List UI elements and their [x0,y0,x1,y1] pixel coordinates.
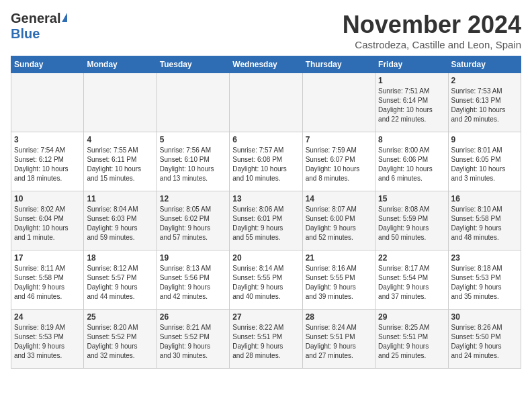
calendar-header-row: SundayMondayTuesdayWednesdayThursdayFrid… [11,56,521,73]
day-number: 1 [378,76,445,85]
calendar-cell: 20Sunrise: 8:14 AM Sunset: 5:55 PM Dayli… [230,250,302,310]
day-info: Sunrise: 8:22 AM Sunset: 5:51 PM Dayligh… [232,323,299,361]
day-info: Sunrise: 8:17 AM Sunset: 5:54 PM Dayligh… [378,264,445,302]
calendar-cell: 14Sunrise: 8:07 AM Sunset: 6:00 PM Dayli… [302,191,375,250]
column-header-friday: Friday [375,56,448,73]
logo: General Blue [11,11,67,42]
day-number: 18 [87,253,153,263]
column-header-wednesday: Wednesday [230,56,302,73]
calendar-cell: 6Sunrise: 7:57 AM Sunset: 6:08 PM Daylig… [230,132,302,191]
calendar-cell: 27Sunrise: 8:22 AM Sunset: 5:51 PM Dayli… [230,310,302,369]
calendar-cell: 24Sunrise: 8:19 AM Sunset: 5:53 PM Dayli… [11,310,84,369]
calendar-week-row: 17Sunrise: 8:11 AM Sunset: 5:58 PM Dayli… [11,250,521,310]
calendar-week-row: 1Sunrise: 7:51 AM Sunset: 6:14 PM Daylig… [11,73,521,132]
calendar-week-row: 3Sunrise: 7:54 AM Sunset: 6:12 PM Daylig… [11,132,521,191]
calendar-week-row: 24Sunrise: 8:19 AM Sunset: 5:53 PM Dayli… [11,310,521,369]
day-info: Sunrise: 8:14 AM Sunset: 5:55 PM Dayligh… [232,264,299,302]
day-info: Sunrise: 8:13 AM Sunset: 5:56 PM Dayligh… [160,264,226,302]
calendar-cell: 17Sunrise: 8:11 AM Sunset: 5:58 PM Dayli… [11,250,84,310]
column-header-saturday: Saturday [448,56,521,73]
calendar-cell: 29Sunrise: 8:25 AM Sunset: 5:51 PM Dayli… [375,310,448,369]
day-info: Sunrise: 8:08 AM Sunset: 5:59 PM Dayligh… [378,205,445,242]
calendar-cell: 28Sunrise: 8:24 AM Sunset: 5:51 PM Dayli… [302,310,375,369]
day-info: Sunrise: 8:04 AM Sunset: 6:03 PM Dayligh… [87,205,153,242]
day-info: Sunrise: 7:51 AM Sunset: 6:14 PM Dayligh… [378,87,445,124]
calendar-cell: 21Sunrise: 8:16 AM Sunset: 5:55 PM Dayli… [302,250,375,310]
day-number: 26 [160,312,226,322]
day-info: Sunrise: 8:21 AM Sunset: 5:52 PM Dayligh… [160,323,226,361]
day-info: Sunrise: 8:26 AM Sunset: 5:50 PM Dayligh… [451,323,518,361]
day-number: 19 [160,253,226,263]
logo-blue-text: Blue [11,26,40,42]
title-block: November 2024 Castrodeza, Castille and L… [343,11,521,50]
day-info: Sunrise: 8:07 AM Sunset: 6:00 PM Dayligh… [306,205,372,242]
day-info: Sunrise: 8:24 AM Sunset: 5:51 PM Dayligh… [306,323,372,361]
calendar-cell [11,73,84,132]
day-number: 24 [14,312,81,322]
day-number: 29 [378,312,445,322]
day-info: Sunrise: 8:06 AM Sunset: 6:01 PM Dayligh… [232,205,299,242]
calendar-cell: 25Sunrise: 8:20 AM Sunset: 5:52 PM Dayli… [84,310,157,369]
day-info: Sunrise: 7:53 AM Sunset: 6:13 PM Dayligh… [451,87,518,124]
day-info: Sunrise: 8:16 AM Sunset: 5:55 PM Dayligh… [306,264,372,302]
calendar-cell: 10Sunrise: 8:02 AM Sunset: 6:04 PM Dayli… [11,191,84,250]
column-header-tuesday: Tuesday [157,56,229,73]
calendar-cell: 11Sunrise: 8:04 AM Sunset: 6:03 PM Dayli… [84,191,157,250]
day-info: Sunrise: 8:05 AM Sunset: 6:02 PM Dayligh… [160,205,226,242]
day-number: 4 [87,135,153,144]
day-info: Sunrise: 8:19 AM Sunset: 5:53 PM Dayligh… [14,323,81,361]
day-info: Sunrise: 8:25 AM Sunset: 5:51 PM Dayligh… [378,323,445,361]
calendar-cell: 19Sunrise: 8:13 AM Sunset: 5:56 PM Dayli… [157,250,229,310]
calendar-cell: 2Sunrise: 7:53 AM Sunset: 6:13 PM Daylig… [448,73,521,132]
calendar-cell [302,73,375,132]
calendar-table: SundayMondayTuesdayWednesdayThursdayFrid… [11,56,521,369]
day-number: 20 [232,253,299,263]
calendar-cell: 30Sunrise: 8:26 AM Sunset: 5:50 PM Dayli… [448,310,521,369]
calendar-cell: 8Sunrise: 8:00 AM Sunset: 6:06 PM Daylig… [375,132,448,191]
day-number: 16 [451,194,518,203]
day-number: 15 [378,194,445,203]
day-info: Sunrise: 8:01 AM Sunset: 6:05 PM Dayligh… [451,146,518,183]
calendar-cell: 23Sunrise: 8:18 AM Sunset: 5:53 PM Dayli… [448,250,521,310]
calendar-cell: 4Sunrise: 7:55 AM Sunset: 6:11 PM Daylig… [84,132,157,191]
day-info: Sunrise: 7:56 AM Sunset: 6:10 PM Dayligh… [160,146,226,183]
day-number: 12 [160,194,226,203]
location-subtitle: Castrodeza, Castille and Leon, Spain [343,39,521,50]
calendar-cell: 26Sunrise: 8:21 AM Sunset: 5:52 PM Dayli… [157,310,229,369]
calendar-cell: 22Sunrise: 8:17 AM Sunset: 5:54 PM Dayli… [375,250,448,310]
day-number: 27 [232,312,299,322]
calendar-cell [230,73,302,132]
month-year-title: November 2024 [343,11,521,39]
day-number: 28 [306,312,372,322]
day-number: 21 [306,253,372,263]
day-number: 13 [232,194,299,203]
day-number: 2 [451,76,518,85]
day-info: Sunrise: 8:02 AM Sunset: 6:04 PM Dayligh… [14,205,81,242]
day-number: 3 [14,135,81,144]
day-info: Sunrise: 8:12 AM Sunset: 5:57 PM Dayligh… [87,264,153,302]
day-info: Sunrise: 8:18 AM Sunset: 5:53 PM Dayligh… [451,264,518,302]
page-header: General Blue November 2024 Castrodeza, C… [11,11,521,50]
day-number: 5 [160,135,226,144]
day-info: Sunrise: 8:20 AM Sunset: 5:52 PM Dayligh… [87,323,153,361]
day-number: 7 [306,135,372,144]
calendar-cell: 16Sunrise: 8:10 AM Sunset: 5:58 PM Dayli… [448,191,521,250]
logo-general-text: General [11,11,60,26]
day-number: 23 [451,253,518,263]
day-number: 10 [14,194,81,203]
calendar-cell: 9Sunrise: 8:01 AM Sunset: 6:05 PM Daylig… [448,132,521,191]
day-info: Sunrise: 8:11 AM Sunset: 5:58 PM Dayligh… [14,264,81,302]
day-number: 22 [378,253,445,263]
calendar-cell: 13Sunrise: 8:06 AM Sunset: 6:01 PM Dayli… [230,191,302,250]
day-info: Sunrise: 8:10 AM Sunset: 5:58 PM Dayligh… [451,205,518,242]
calendar-cell: 15Sunrise: 8:08 AM Sunset: 5:59 PM Dayli… [375,191,448,250]
column-header-sunday: Sunday [11,56,84,73]
day-number: 11 [87,194,153,203]
day-number: 17 [14,253,81,263]
day-info: Sunrise: 8:00 AM Sunset: 6:06 PM Dayligh… [378,146,445,183]
calendar-cell: 7Sunrise: 7:59 AM Sunset: 6:07 PM Daylig… [302,132,375,191]
day-number: 14 [306,194,372,203]
day-number: 6 [232,135,299,144]
day-number: 9 [451,135,518,144]
day-info: Sunrise: 7:54 AM Sunset: 6:12 PM Dayligh… [14,146,81,183]
